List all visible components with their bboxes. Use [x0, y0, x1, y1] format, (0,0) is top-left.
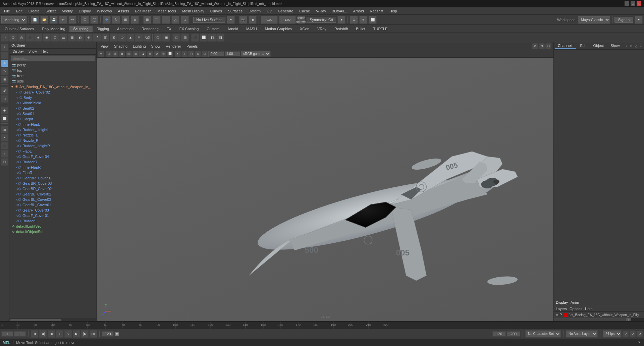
- display-btn[interactable]: ⬜: [1, 115, 8, 122]
- right-panel-scrollbar[interactable]: ▶: [554, 318, 644, 321]
- modeling-dropdown[interactable]: Modeling: [1, 16, 26, 23]
- rp-icon-next[interactable]: ▷: [630, 43, 633, 48]
- snap-point-btn2[interactable]: ◈: [1, 107, 8, 114]
- outliner-item-seat02[interactable]: ◁⬡ Seat02: [9, 106, 96, 111]
- vp-snap3[interactable]: ⊛: [154, 51, 160, 57]
- current-frame-input[interactable]: [1, 331, 13, 337]
- freeze-mask-btn3[interactable]: ◧: [208, 34, 216, 42]
- save-scene-btn[interactable]: 💾: [50, 16, 58, 24]
- tab-turtle[interactable]: TURTLE: [369, 26, 392, 32]
- tab-edit[interactable]: Edit: [577, 43, 589, 49]
- prev-key-btn[interactable]: ◀|: [39, 330, 47, 338]
- anim-pref-btn1[interactable]: ↺: [623, 331, 629, 337]
- outliner-item-cocpit[interactable]: ◁⬡ Cocpit: [9, 116, 96, 122]
- sculpt-repeat-btn[interactable]: ↺: [93, 34, 101, 42]
- vp-cam2[interactable]: ▥: [112, 51, 118, 57]
- anim-tab[interactable]: Anim: [571, 300, 579, 304]
- flood2-btn[interactable]: ▣: [162, 34, 170, 42]
- obj-sel-btn[interactable]: ⬜: [369, 16, 377, 24]
- tab-channels[interactable]: Channels: [555, 43, 576, 49]
- vp-cam5[interactable]: ⊞: [132, 51, 139, 57]
- live-surface-opt-btn[interactable]: ▾: [227, 16, 235, 24]
- menu-3dtoall[interactable]: 3DtoAll...: [329, 8, 350, 14]
- vertex-btn[interactable]: •: [1, 134, 8, 141]
- anim-pref-btn3[interactable]: ⚙: [637, 331, 643, 337]
- obj-mode-btn[interactable]: ⊞: [1, 126, 8, 133]
- tab-xgen[interactable]: XGen: [296, 26, 313, 32]
- tab-poly-modeling[interactable]: Poly Modeling: [38, 26, 69, 32]
- snap-curve-btn[interactable]: ⌒: [153, 16, 161, 24]
- menu-deform[interactable]: Deform: [246, 8, 263, 14]
- sculpt-amplify-btn[interactable]: ▲: [126, 34, 135, 42]
- timeline-track[interactable]: // timeline ticks 1 10 20 30 40 50 60 70…: [0, 322, 644, 329]
- close-button[interactable]: ✕: [637, 1, 641, 6]
- input-box-btn[interactable]: 0.00: [261, 16, 278, 24]
- outliner-item-top[interactable]: 📷 top: [9, 68, 96, 73]
- vp-snap1[interactable]: ▲: [140, 51, 146, 57]
- next-frame-btn[interactable]: ▶: [73, 330, 80, 338]
- outliner-item-flapl[interactable]: ◁⬡ FlapL: [9, 149, 96, 154]
- rotate-btn[interactable]: ↻: [1, 68, 8, 75]
- move-tool-btn[interactable]: ✛: [103, 16, 111, 24]
- new-scene-btn[interactable]: 📄: [31, 16, 39, 24]
- color-picker-btn[interactable]: sRGB gamma: [297, 16, 305, 24]
- rotate-tool-btn[interactable]: ↻: [112, 16, 120, 24]
- freeze-mask-btn2[interactable]: ⬜: [200, 34, 208, 42]
- sculpt-bulge-btn[interactable]: ⬭: [118, 34, 126, 42]
- anim-max-input[interactable]: [507, 331, 520, 337]
- tab-mash[interactable]: MASH: [242, 26, 261, 32]
- lasso-select-btn[interactable]: ⌒: [1, 52, 8, 59]
- menu-file[interactable]: File: [1, 8, 13, 14]
- sculpt-scrape-btn[interactable]: ▬: [59, 34, 67, 42]
- sculpt-freeze-btn[interactable]: ❄: [135, 34, 143, 42]
- sculpt-spray-btn[interactable]: ⊛: [85, 34, 93, 42]
- outliner-item-jet-group[interactable]: ▼ ✳ Jet_Boeing_EA_18G_without_Weapon_in_…: [9, 84, 96, 90]
- menu-help[interactable]: Help: [387, 8, 400, 14]
- outliner-search-input[interactable]: [11, 55, 95, 61]
- menu-assets[interactable]: Assets: [115, 8, 131, 14]
- vp-cam1[interactable]: □: [106, 51, 112, 57]
- outliner-item-innerfl-r[interactable]: ◁⬡ InnerFlapR: [9, 165, 96, 170]
- menu-edit-mesh[interactable]: Edit Mesh: [132, 8, 154, 14]
- viewport-panels-menu[interactable]: Panels: [184, 44, 200, 49]
- menu-windows[interactable]: Windows: [94, 8, 115, 14]
- menu-mesh-tools[interactable]: Mesh Tools: [155, 8, 178, 14]
- outliner-show-menu[interactable]: Show: [26, 49, 39, 54]
- open-scene-btn[interactable]: 📂: [40, 16, 48, 24]
- render-btn[interactable]: ■: [249, 16, 257, 24]
- next-key-btn[interactable]: |▶: [81, 330, 89, 338]
- sculpt-erase-btn[interactable]: ⌫: [143, 34, 151, 42]
- vp-render1[interactable]: ●: [175, 51, 181, 57]
- outliner-item-nozzle-l[interactable]: ◁⬡ Nozzle_L: [9, 132, 96, 138]
- outliner-item-rudderr[interactable]: ◁⬡ RudderR: [9, 159, 96, 165]
- rp-icon-up[interactable]: △: [635, 43, 638, 48]
- outliner-item-windshield[interactable]: ◁⬡ WindShield: [9, 100, 96, 106]
- display-tab[interactable]: Display: [556, 300, 568, 304]
- freeze-mask-btn1[interactable]: ⬛: [191, 34, 199, 42]
- select-tool-btn[interactable]: ⬡: [81, 16, 89, 24]
- rp-icon-prev[interactable]: ◁: [625, 43, 629, 48]
- scroll-right-btn[interactable]: ▶: [626, 318, 631, 321]
- scale-tool-btn[interactable]: ⊞: [121, 16, 129, 24]
- vp-render2[interactable]: ○: [181, 51, 187, 57]
- vp-snap5[interactable]: ⬜: [167, 51, 173, 57]
- viewport-view-menu[interactable]: View: [99, 44, 111, 49]
- scale-btn[interactable]: ⊞: [1, 76, 8, 83]
- minimize-button[interactable]: –: [625, 1, 629, 6]
- viewport-canvas[interactable]: 005 005 500 p: [97, 58, 553, 321]
- snap-project-btn[interactable]: △: [171, 16, 179, 24]
- frame-start-input[interactable]: [14, 331, 26, 337]
- vp-tool3[interactable]: ⬡: [545, 43, 551, 49]
- snap-grid-btn[interactable]: ⊞: [143, 16, 151, 24]
- snap-point-btn[interactable]: ·: [162, 16, 170, 24]
- menu-select[interactable]: Select: [43, 8, 59, 14]
- outliner-item-innerflapl[interactable]: ◁⬡ InnerFlapL: [9, 122, 96, 127]
- menu-arnold[interactable]: Arnold: [351, 8, 367, 14]
- sculpt-inflate-btn[interactable]: ◉: [43, 34, 51, 42]
- sculpt-grab-btn[interactable]: ⊙: [9, 34, 17, 42]
- prev-frame-btn[interactable]: ◀: [48, 330, 55, 338]
- menu-generate[interactable]: Generate: [275, 8, 296, 14]
- vp-cam3[interactable]: ▦: [119, 51, 125, 57]
- sculpt-fill-btn[interactable]: ▦: [68, 34, 76, 42]
- timeline-ruler[interactable]: // timeline ticks 1 10 20 30 40 50 60 70…: [0, 321, 644, 329]
